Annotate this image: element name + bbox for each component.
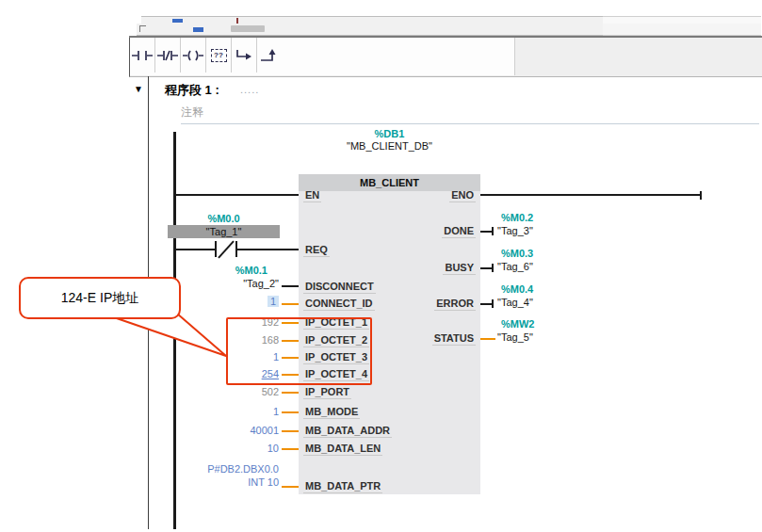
req-wire-left	[174, 249, 216, 250]
mb-data-ptr-value[interactable]: P#DB2.DBX0.0 INT 10	[141, 462, 279, 489]
block-icon	[193, 27, 203, 32]
pin-disconnect[interactable]: DISCONNECT	[303, 281, 473, 294]
status-operand-address[interactable]: %MW2	[497, 318, 605, 330]
coil-icon[interactable]	[181, 38, 206, 73]
pin-mb-data-len[interactable]: MB_DATA_LEN	[303, 443, 473, 456]
network-title: 程序段 1 :	[165, 82, 219, 99]
network-comment[interactable]: 注释	[181, 105, 203, 121]
interface-table-row[interactable]	[137, 24, 603, 36]
pin-done[interactable]: DONE	[367, 225, 476, 238]
ip-port-wire	[282, 392, 299, 394]
ip-port-value[interactable]: 502	[141, 386, 279, 397]
mb-data-ptr-wire	[282, 486, 299, 488]
pin-ip-port[interactable]: IP_PORT	[303, 386, 473, 399]
lad-editor-screen: ?? ▼ 程序段 1 : ..... 注释 %DB1	[0, 0, 762, 532]
network-title-bar[interactable]: ▼ 程序段 1 : .....	[129, 79, 762, 101]
req-wire-right	[236, 249, 299, 250]
ip-octets-highlight-rect	[226, 317, 372, 385]
lad-toolbar: ??	[129, 38, 762, 77]
open-branch-icon[interactable]	[232, 38, 257, 73]
mb-data-addr-value[interactable]: 40001	[141, 425, 279, 436]
error-wire-tick	[492, 299, 494, 308]
nc-contact-bar-left[interactable]	[215, 241, 217, 257]
contact-closed-icon[interactable]	[155, 38, 181, 73]
empty-box-glyph: ??	[211, 49, 227, 62]
pin-mb-mode[interactable]: MB_MODE	[303, 406, 473, 419]
pin-mb-data-addr[interactable]: MB_DATA_ADDR	[303, 425, 473, 438]
collapse-triangle-icon[interactable]: ▼	[134, 84, 143, 94]
pin-req[interactable]: REQ	[303, 244, 473, 257]
callout-text: 124-E IP地址	[61, 290, 138, 307]
ip-address-callout: 124-E IP地址	[19, 277, 181, 319]
nc-contact-bar-right[interactable]	[235, 241, 237, 257]
mb-mode-value[interactable]: 1	[141, 406, 279, 417]
mb-data-len-value[interactable]: 10	[141, 443, 279, 454]
mb-data-addr-wire	[282, 430, 299, 432]
disconnect-operand-address[interactable]: %M0.1	[141, 265, 279, 276]
table-text-smudge	[231, 25, 265, 32]
pin-mb-data-ptr[interactable]: MB_DATA_PTR	[303, 480, 473, 493]
en-wire	[174, 194, 299, 196]
done-operand-tag[interactable]: "Tag_3"	[497, 225, 601, 236]
done-wire-tick	[492, 227, 494, 235]
network-title-placeholder[interactable]: .....	[240, 84, 259, 95]
pin-error[interactable]: ERROR	[367, 298, 476, 311]
nc-contact-slash	[218, 240, 235, 258]
db-address[interactable]: %DB1	[299, 128, 480, 139]
status-operand-tag[interactable]: "Tag_5"	[497, 331, 601, 343]
error-operand-address[interactable]: %M0.4	[497, 283, 605, 295]
busy-operand-address[interactable]: %M0.3	[497, 248, 605, 259]
db-name[interactable]: "MB_CLIENT_DB"	[299, 140, 480, 152]
expand-mark	[139, 25, 146, 32]
connect-id-wire	[282, 303, 299, 305]
empty-box-icon[interactable]: ??	[206, 38, 232, 73]
mb-mode-wire	[282, 411, 299, 413]
busy-wire-tick	[492, 264, 494, 272]
pin-eno[interactable]: ENO	[367, 189, 476, 202]
block-icon	[172, 19, 183, 23]
pin-busy[interactable]: BUSY	[367, 262, 476, 275]
req-operand-address[interactable]: %M0.0	[168, 213, 280, 224]
mb-data-len-wire	[282, 448, 299, 450]
comment-separator	[181, 123, 759, 124]
interface-table-cell	[603, 24, 761, 36]
busy-operand-tag[interactable]: "Tag_6"	[497, 261, 601, 272]
pin-status[interactable]: STATUS	[367, 332, 476, 346]
contact-open-icon[interactable]	[130, 38, 155, 73]
status-wire	[480, 338, 495, 340]
disconnect-wire	[282, 285, 299, 287]
done-operand-address[interactable]: %M0.2	[497, 212, 605, 223]
req-operand-tag[interactable]: "Tag_1"	[168, 225, 280, 238]
eno-wire-end	[700, 191, 702, 200]
eno-wire	[480, 194, 701, 196]
error-operand-tag[interactable]: "Tag_4"	[497, 297, 601, 308]
close-branch-icon[interactable]	[257, 38, 282, 73]
